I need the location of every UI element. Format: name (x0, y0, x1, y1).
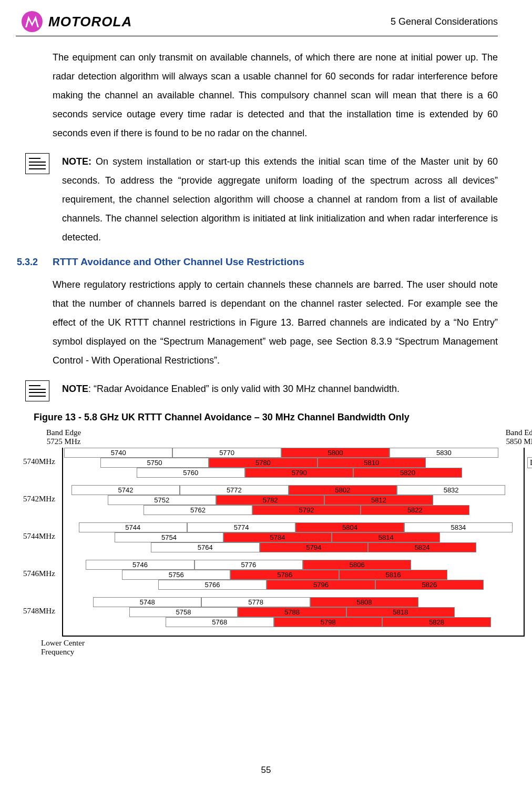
channel-cell: 5772 (180, 485, 288, 495)
channel-cell: 5768 (166, 617, 274, 627)
channel-cell: 5802 (289, 485, 397, 495)
channel-cell: 5792 (252, 505, 361, 515)
note-1-label: NOTE: (62, 156, 91, 167)
raster-label: 5742MHz (23, 495, 55, 503)
channel-cell: 5800 (281, 448, 390, 458)
note-icon (25, 380, 49, 401)
channel-cell: 5796 (267, 580, 375, 590)
channel-cell: 5742 (71, 485, 180, 495)
channel-row: 575257825812 (64, 495, 523, 505)
note-2-text: : “Radar Avoidance Enabled” is only vali… (88, 384, 400, 394)
channel-cell: 5744 (79, 522, 187, 532)
channel-cell: 5834 (404, 522, 513, 532)
channel-row: 5742577258025832 (64, 485, 523, 495)
channel-row: 575457845814 (64, 532, 523, 542)
channel-cell: 5782 (216, 495, 324, 505)
raster-group: 5746MHz574657765806575657865816576657965… (64, 560, 523, 590)
note-2-label: NOTE (62, 384, 88, 394)
raster-label: 5740MHz (23, 457, 55, 466)
logo-block: MOTOROLA (21, 11, 132, 33)
channel-cell: 5762 (144, 505, 252, 515)
channel-cell: 5786 (230, 570, 339, 580)
channel-cell: 5810 (318, 458, 426, 468)
lower-center-frequency-label: Lower Center Frequency (41, 639, 525, 656)
channel-row: 576057905820 (64, 468, 523, 478)
raster-label: 5748MHz (23, 607, 55, 616)
channel-row: 574657765806 (64, 560, 523, 570)
motorola-logo-icon (21, 11, 43, 33)
channel-cell: 5778 (201, 597, 310, 607)
channel-cell: 5740 (64, 448, 172, 458)
channel-cell: 5808 (310, 597, 418, 607)
channel-cell: 5804 (295, 522, 404, 532)
channel-cell: 5826 (375, 580, 484, 590)
channel-cell: 5798 (274, 617, 382, 627)
channel-cell: 5754 (115, 532, 223, 542)
figure-caption: Figure 13 - 5.8 GHz UK RTTT Channel Avoi… (34, 412, 498, 423)
brand-name: MOTOROLA (48, 14, 132, 30)
subsection-heading: 5.3.2 RTTT Avoidance and Other Channel U… (16, 256, 498, 268)
channel-cell: 5830 (390, 448, 498, 458)
page-number: 55 (0, 765, 532, 775)
channel-row: 5740577058005830 (64, 448, 523, 458)
channel-cell: 5790 (245, 468, 353, 478)
channel-cell: 5824 (368, 542, 476, 552)
raster-group: 5748MHz574857785808575857885818576857985… (64, 597, 523, 627)
channel-cell: 5780 (209, 458, 317, 468)
channel-cell: 5756 (122, 570, 230, 580)
channel-cell: 5828 (382, 617, 490, 627)
subsection-title: RTTT Avoidance and Other Channel Use Res… (53, 256, 304, 268)
figure-13: Band Edge 5725 MHz Band Edge 5850 MHz 57… (62, 428, 525, 656)
channel-cell: 5832 (397, 485, 505, 495)
channel-cell: 5770 (172, 448, 281, 458)
default-label: Default (527, 457, 532, 468)
raster-label: 5746MHz (23, 569, 55, 578)
channel-cell: 5750 (100, 458, 209, 468)
channel-cell: 5776 (195, 560, 303, 570)
band-area: 5740MHzDefault57405770580058305750578058… (62, 448, 525, 637)
channel-row: 575857885818 (64, 607, 523, 617)
band-edge-left: Band Edge 5725 MHz (46, 428, 81, 446)
band-edge-labels: Band Edge 5725 MHz Band Edge 5850 MHz (62, 428, 525, 446)
note-icon (25, 153, 49, 174)
note-2: NOTE: “Radar Avoidance Enabled” is only … (25, 379, 498, 401)
note-1-body: NOTE: On system installation or start-up… (62, 152, 498, 247)
channel-cell: 5812 (324, 495, 433, 505)
raster-group: 5744MHz574457745804583457545784581457645… (64, 522, 523, 552)
channel-row: 576857985828 (64, 617, 523, 627)
channel-cell: 5748 (93, 597, 201, 607)
channel-cell: 5820 (353, 468, 462, 478)
note-1: NOTE: On system installation or start-up… (25, 152, 498, 247)
channel-row: 576657965826 (64, 580, 523, 590)
band-edge-right: Band Edge 5850 MHz (506, 428, 532, 446)
paragraph-2: Where regulatory restrictions apply to c… (53, 275, 498, 370)
channel-row: 574857785808 (64, 597, 523, 607)
header: MOTOROLA 5 General Considerations (16, 11, 498, 33)
channel-cell: 5806 (303, 560, 411, 570)
svg-point-0 (22, 11, 43, 32)
header-divider (16, 36, 498, 36)
subsection-number: 5.3.2 (17, 257, 38, 268)
channel-cell: 5764 (151, 542, 259, 552)
channel-cell: 5784 (223, 532, 332, 542)
raster-group: 5742MHz574257725802583257525782581257625… (64, 485, 523, 515)
channel-row: 575057805810 (64, 458, 523, 468)
note-1-text: On system installation or start-up this … (62, 156, 498, 243)
channel-cell: 5818 (346, 607, 455, 617)
channel-cell: 5760 (137, 468, 245, 478)
channel-cell: 5752 (108, 495, 216, 505)
note-2-body: NOTE: “Radar Avoidance Enabled” is only … (62, 379, 498, 398)
channel-cell: 5758 (129, 607, 238, 617)
channel-cell: 5788 (238, 607, 346, 617)
channel-cell: 5794 (260, 542, 368, 552)
channel-cell: 5746 (86, 560, 194, 570)
raster-group: 5740MHzDefault57405770580058305750578058… (64, 448, 523, 478)
channel-cell: 5766 (158, 580, 267, 590)
channel-cell: 5774 (187, 522, 295, 532)
channel-row: 576257925822 (64, 505, 523, 515)
paragraph-1: The equipment can only transmit on avail… (53, 48, 498, 143)
channel-row: 576457945824 (64, 542, 523, 552)
channel-row: 5744577458045834 (64, 522, 523, 532)
section-label: 5 General Considerations (391, 16, 498, 27)
channel-row: 575657865816 (64, 570, 523, 580)
